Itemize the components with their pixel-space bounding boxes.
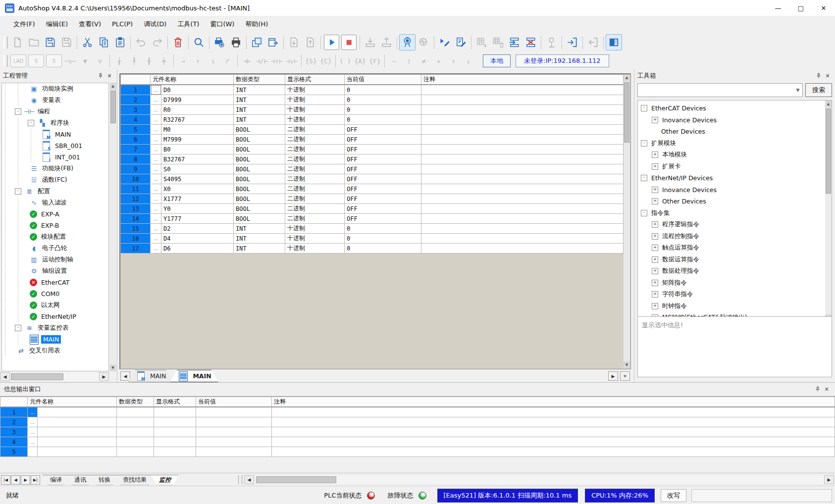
row-options-button[interactable]: ... (151, 125, 161, 135)
cell-name[interactable]: D4 (161, 234, 234, 244)
cell-empty[interactable] (154, 427, 196, 437)
cell-value[interactable]: OFF (345, 174, 421, 184)
scroll-up-icon[interactable]: ▲ (110, 83, 116, 90)
arrow-up2-button[interactable]: ↑ (446, 55, 461, 67)
cell-format[interactable]: 二进制 (285, 194, 345, 204)
toolbox-tree-item[interactable]: +扩展卡 (638, 161, 825, 173)
coil-reset-button[interactable]: {C} (318, 55, 333, 67)
project-tree-item-[interactable]: ▥运动控制轴 (2, 254, 108, 265)
cell-value[interactable]: OFF (345, 145, 421, 154)
collapse-icon[interactable]: - (641, 140, 647, 147)
scroll-down-icon[interactable]: ▼ (110, 364, 116, 371)
tab-scroll-left-button[interactable]: ◀ (120, 371, 130, 381)
row-options-button[interactable] (28, 447, 38, 457)
cell-name[interactable]: R0 (161, 105, 234, 115)
row-number[interactable]: 4 (0, 437, 28, 447)
run-button[interactable] (324, 35, 339, 50)
row-number[interactable]: 4 (121, 115, 151, 125)
cell-comment[interactable] (421, 164, 624, 174)
cell-empty[interactable] (272, 407, 835, 417)
cell-empty[interactable] (38, 437, 117, 447)
expand-icon[interactable]: + (652, 198, 658, 204)
insert-row-button[interactable]: ▼ (78, 55, 93, 67)
compile-list-button[interactable] (286, 34, 302, 50)
open-project-button[interactable] (26, 34, 42, 50)
new-file-button[interactable] (9, 34, 26, 50)
coil-f-button[interactable]: {F} (367, 55, 382, 67)
cell-empty[interactable] (154, 417, 196, 427)
scroll-left-icon[interactable]: ◀ (244, 475, 254, 484)
find-button[interactable] (191, 34, 207, 50)
cell-value[interactable]: OFF (345, 125, 421, 135)
cell-comment[interactable] (421, 85, 624, 95)
paste-button[interactable] (112, 34, 128, 50)
row-number[interactable]: 9 (121, 164, 151, 174)
cell-format[interactable]: 二进制 (285, 125, 345, 135)
project-tree-item-[interactable]: -≋变量监控表 (2, 322, 108, 334)
cell-empty[interactable] (117, 407, 154, 417)
row-number[interactable]: 8 (121, 154, 151, 164)
row-options-button[interactable]: ... (151, 154, 161, 164)
line-right-button[interactable]: → (176, 55, 191, 67)
scroll-right-icon[interactable]: ▶ (99, 372, 109, 381)
copy-button[interactable] (96, 34, 112, 50)
splitter-handle[interactable] (238, 475, 242, 484)
cell-name[interactable]: D6 (161, 244, 234, 253)
cell-name[interactable]: S0 (161, 164, 234, 174)
expand-icon[interactable]: + (652, 268, 658, 274)
project-tree-item-exp-b[interactable]: ✓EXP-B (2, 220, 108, 231)
expand-icon[interactable]: + (652, 280, 658, 286)
cell-empty[interactable] (272, 417, 835, 427)
row-number[interactable]: 2 (0, 417, 28, 427)
collapse-icon[interactable]: - (641, 175, 647, 181)
cell-name[interactable]: D0 (161, 85, 234, 95)
project-tree-item-[interactable]: ▣功能块实例 (2, 83, 108, 95)
cell-format[interactable]: 十进制 (285, 95, 345, 105)
cell-value[interactable]: OFF (345, 154, 421, 164)
maximize-button[interactable]: □ (789, 0, 812, 16)
toolbox-tree-item[interactable]: +矩阵指令 (638, 277, 825, 289)
cell-empty[interactable] (117, 447, 154, 457)
pin-icon[interactable] (96, 71, 105, 80)
row-number[interactable]: 10 (121, 174, 151, 184)
cell-empty[interactable] (196, 417, 272, 427)
row-options-button[interactable]: ... (28, 437, 38, 447)
cell-name[interactable]: X1777 (161, 194, 234, 204)
cell-value[interactable]: 0 (345, 85, 421, 95)
cell-value[interactable]: 0 (345, 115, 421, 125)
cell-format[interactable]: 二进制 (285, 135, 345, 145)
last-page-button[interactable]: ▶| (31, 475, 40, 485)
cell-format[interactable]: 二进制 (285, 174, 345, 184)
line-up-button[interactable]: ↑ (191, 55, 206, 67)
cell-format[interactable]: 十进制 (285, 115, 345, 125)
project-tree-item-main[interactable]: MAIN (2, 129, 108, 140)
row-options-button[interactable]: ... (151, 184, 161, 194)
write-debug-button[interactable] (436, 34, 453, 50)
cell-value[interactable]: OFF (345, 204, 421, 214)
toolbox-tree-item[interactable]: +数据运算指令 (638, 254, 825, 266)
cell-value[interactable]: 0 (345, 234, 421, 244)
row-options-button[interactable]: ... (28, 427, 38, 437)
branch-up-button[interactable]: ╀ (127, 55, 142, 67)
lad-view-button[interactable]: LAD (10, 54, 26, 67)
save-all-button[interactable] (58, 34, 75, 50)
cell-comment[interactable] (421, 95, 624, 105)
expand-icon[interactable]: + (652, 163, 658, 170)
project-tree-item-main[interactable]: MAIN (2, 334, 108, 345)
delete-button[interactable] (170, 34, 186, 50)
redo-button[interactable] (149, 34, 165, 50)
cell-type[interactable]: INT (234, 85, 285, 95)
pin-icon[interactable] (814, 71, 823, 80)
expand-icon[interactable]: + (652, 245, 658, 251)
cell-comment[interactable] (421, 125, 624, 135)
row-number[interactable]: 1 (121, 85, 151, 95)
arrow-down2-button[interactable]: ↓ (461, 55, 476, 67)
project-tree-item-[interactable]: -≣配置 (2, 186, 108, 197)
stop-button[interactable] (341, 35, 357, 50)
project-tree-item-ethernetip[interactable]: ✓EtherNet/IP (2, 311, 108, 322)
line-corner-up-button[interactable]: ↱ (220, 55, 235, 67)
branch-down-button[interactable]: ╁ (112, 55, 127, 67)
cell-comment[interactable] (421, 224, 624, 234)
output-tab-compile[interactable]: 编译 (42, 475, 70, 485)
cell-value[interactable]: OFF (345, 164, 421, 174)
